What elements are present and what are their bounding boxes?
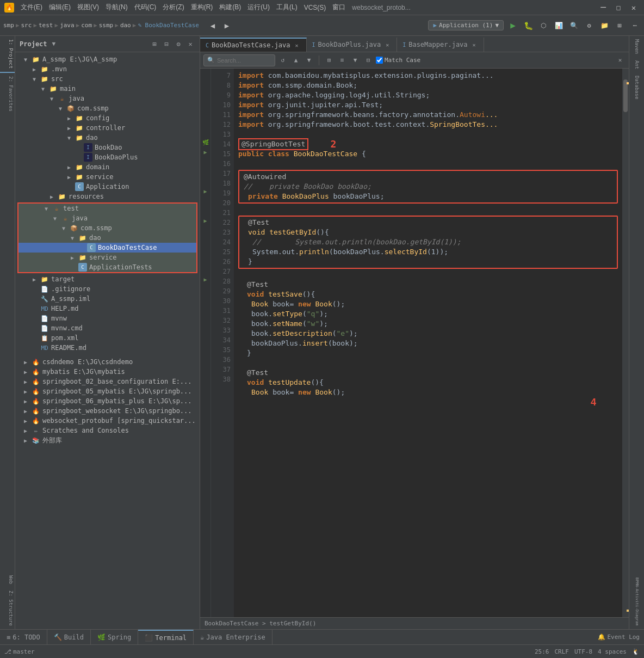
minimize-btn[interactable]: ─	[597, 2, 609, 14]
tree-bookdaoplus[interactable]: I BookDaoPlus	[15, 152, 200, 162]
expand-all-btn[interactable]: ⊞	[150, 39, 159, 49]
bottom-tab-terminal[interactable]: ⬛ Terminal	[138, 630, 194, 645]
tab-close-btn[interactable]: ✕	[293, 41, 301, 49]
status-position[interactable]: 25:6	[535, 648, 549, 655]
tree-test[interactable]: ▼ ☕ test	[18, 204, 196, 213]
status-lineending[interactable]: CRLF	[554, 648, 569, 655]
status-lf[interactable]: 🐧	[632, 648, 640, 655]
menu-file[interactable]: 文件(E)	[17, 2, 46, 14]
tree-service-test[interactable]: ▶ 📁 service	[18, 253, 196, 262]
tree-springboot-ws[interactable]: ▶ 🔥 springboot_websocket E:\JG\springbo.…	[15, 406, 200, 416]
profile-button[interactable]: 📊	[553, 20, 565, 32]
sidebar-structure[interactable]: Z: Structure	[0, 587, 15, 629]
status-encoding[interactable]: UTF-8	[574, 648, 592, 655]
tree-applicationtests[interactable]: C ApplicationTests	[18, 262, 196, 272]
menu-refactor[interactable]: 重构(R)	[188, 2, 216, 14]
match-case-checkbox[interactable]	[376, 57, 383, 64]
coverage-button[interactable]: ⬡	[537, 20, 549, 32]
status-eventlog[interactable]: 🔔 Event Log	[593, 634, 644, 641]
panel-dropdown[interactable]: ▼	[52, 40, 56, 47]
tree-pom[interactable]: 📋 pom.xml	[15, 333, 200, 343]
tree-mvnw[interactable]: 📄 mvnw	[15, 313, 200, 323]
tab-close-btn[interactable]: ✕	[383, 41, 391, 48]
search-everywhere[interactable]: 🔍	[568, 20, 580, 32]
tree-bookdao[interactable]: I BookDao	[15, 143, 200, 152]
bottom-tab-build[interactable]: 🔨 Build	[47, 630, 91, 645]
tree-controller[interactable]: ▶ 📁 controller	[15, 123, 200, 133]
tab-bookdaoplus[interactable]: I BookDaoPlus.java ✕	[307, 38, 398, 52]
breadcrumb-java[interactable]: java	[60, 22, 75, 29]
tree-target[interactable]: ▶ 📁 target	[15, 274, 200, 284]
tree-config[interactable]: ▶ 📁 config	[15, 113, 200, 123]
tree-dao-main[interactable]: ▼ 📁 dao	[15, 133, 200, 143]
tab-close-btn[interactable]: ✕	[470, 41, 478, 48]
breadcrumb-test[interactable]: test	[39, 22, 53, 29]
sidebar-web[interactable]: Web	[0, 572, 15, 587]
tree-com-ssmp[interactable]: ▼ 📦 com.ssmp	[15, 103, 200, 113]
search-input[interactable]	[217, 57, 271, 64]
code-content[interactable]: import com.baomidou.mybatisplus.extensio…	[234, 69, 622, 617]
run-button[interactable]: ▶	[507, 20, 519, 32]
menu-run[interactable]: 运行(U)	[244, 2, 273, 14]
run-config-selector[interactable]: ▶ Application (1) ▼	[428, 20, 504, 30]
tree-mvnwcmd[interactable]: 📄 mvnw.cmd	[15, 323, 200, 333]
settings-icon[interactable]: ⚙	[174, 39, 183, 49]
menu-build[interactable]: 构建(B)	[216, 2, 244, 14]
close-search-btn[interactable]: ✕	[615, 55, 626, 66]
right-tab-ant[interactable]: Ant	[633, 57, 641, 72]
refresh-btn[interactable]: ↺	[277, 55, 288, 66]
tree-gitignore[interactable]: 📄 .gitignore	[15, 284, 200, 294]
tab-basemapper[interactable]: I BaseMapper.java ✕	[397, 38, 484, 52]
tree-springboot05[interactable]: ▶ 🔥 springboot_05_mybatis E:\JG\springb.…	[15, 386, 200, 396]
project-struct-btn[interactable]: 📁	[598, 20, 610, 32]
breadcrumb-file[interactable]: ✎ BookDaoTestCase	[138, 22, 199, 29]
collapse-btn[interactable]: ⊟	[162, 39, 171, 49]
tree-iml[interactable]: 🔧 A_ssmp.iml	[15, 294, 200, 304]
maximize-btn[interactable]: □	[612, 2, 624, 14]
tree-bookdaotestcase[interactable]: C BookDaoTestCase	[18, 243, 196, 253]
tree-dao-test[interactable]: ▼ 📁 dao	[18, 233, 196, 243]
tool-btn-3[interactable]: ⊟	[363, 55, 374, 66]
more-btn[interactable]: ⋯	[629, 20, 641, 32]
breadcrumb-com[interactable]: com	[81, 22, 92, 29]
menu-vcs[interactable]: VCS(S)	[301, 2, 330, 14]
menu-view[interactable]: 视图(V)	[74, 2, 102, 14]
tree-help[interactable]: MD HELP.md	[15, 304, 200, 313]
tree-readme[interactable]: MD README.md	[15, 343, 200, 353]
tree-external-libs[interactable]: ▶ 📚 外部库	[15, 435, 200, 446]
filter-btn[interactable]: ▼	[350, 55, 361, 66]
tree-springboot02[interactable]: ▶ 🔥 springboot_02_base_configuration E:.…	[15, 377, 200, 386]
status-indent[interactable]: 4 spaces	[598, 648, 627, 655]
breadcrumb-ssmp[interactable]: ssmp	[99, 22, 114, 29]
menu-code[interactable]: 代码(C)	[131, 2, 160, 14]
tool-btn-1[interactable]: ⊞	[324, 55, 335, 66]
right-tab-database[interactable]: Database	[633, 72, 641, 102]
tree-com-ssmp-test[interactable]: ▼ 📦 com.ssmp	[18, 223, 196, 233]
tree-application[interactable]: C Application	[15, 182, 200, 192]
tree-csdndemo[interactable]: ▶ 🔥 csdndemo E:\JG\csdndemo	[15, 357, 200, 367]
back-btn[interactable]: ◀	[207, 20, 219, 32]
layout-btn[interactable]: ⊞	[614, 20, 626, 32]
right-tab-maven[interactable]: Maven	[633, 36, 641, 57]
forward-btn[interactable]: ▶	[221, 20, 233, 32]
menu-window[interactable]: 窗口	[329, 2, 349, 14]
tree-mybatis[interactable]: ▶ 🔥 mybatis E:\JG\mybatis	[15, 367, 200, 377]
settings-btn[interactable]: ⚙	[583, 20, 595, 32]
menu-navigate[interactable]: 导航(N)	[102, 2, 131, 14]
tool-btn-2[interactable]: ≡	[337, 55, 348, 66]
bottom-tab-javaent[interactable]: ☕ Java Enterprise	[194, 630, 273, 645]
tree-src[interactable]: ▼ 📁 src	[15, 74, 200, 84]
debug-button[interactable]: 🐛	[522, 20, 534, 32]
next-match-btn[interactable]: ▼	[304, 55, 314, 66]
tree-mvn[interactable]: ▶ 📁 .mvn	[15, 64, 200, 74]
bottom-tab-spring[interactable]: 🌿 Spring	[91, 630, 138, 645]
run-gutter-28[interactable]: ▶	[200, 274, 210, 284]
sidebar-favorites[interactable]: 2: Favorites	[0, 73, 15, 115]
breadcrumb-dao[interactable]: dao	[120, 22, 131, 29]
tree-java-main[interactable]: ▼ ☕ java	[15, 94, 200, 103]
bottom-tab-todo[interactable]: ≡ 6: TODO	[0, 630, 47, 645]
breadcrumb-smp[interactable]: smp	[3, 22, 14, 29]
menu-edit[interactable]: 编辑(E)	[46, 2, 74, 14]
tree-domain[interactable]: ▶ 📁 domain	[15, 162, 200, 172]
tree-java-test[interactable]: ▼ ☕ java	[18, 213, 196, 223]
